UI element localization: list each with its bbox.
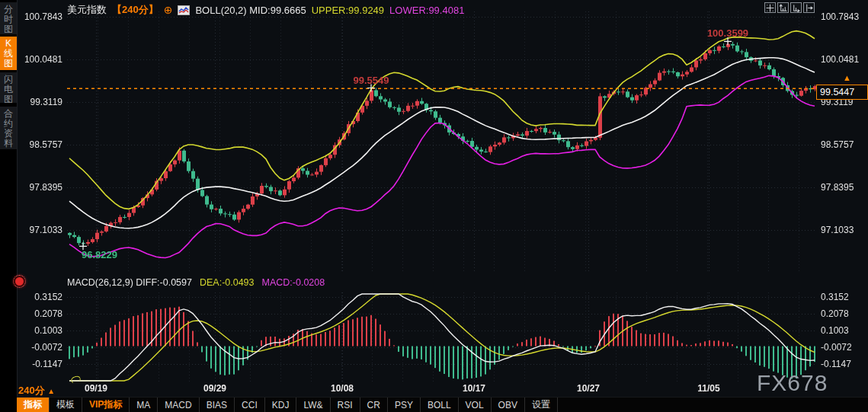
macd-header: MACD(26,12,9) DIFF:-0.0597DEA:-0.0493MAC…: [67, 277, 332, 288]
x-axis-date-label: 09/19: [85, 383, 107, 394]
sidebar-tab-label: K线图: [4, 37, 14, 69]
toolbar-item-模板[interactable]: 模板: [50, 398, 82, 412]
watermark: FX678: [757, 370, 828, 396]
x-axis-date-label: 10/08: [331, 383, 354, 394]
macd-y-axis-label-right: -0.0072: [821, 342, 852, 353]
boll-lower-readout: LOWER:99.4081: [389, 5, 464, 16]
x-axis-date-label: 10/27: [577, 383, 600, 394]
main-y-axis-label-right: 100.7843: [821, 11, 859, 22]
macd-y-axis-label: 0.3152: [15, 292, 62, 302]
toolbar-item-指标[interactable]: 指标: [17, 398, 50, 412]
period-label: 【240分】: [112, 4, 159, 15]
toolbar-item-KDJ[interactable]: KDJ: [265, 398, 297, 412]
x-axis-date-label: 09/29: [203, 383, 226, 394]
macd-y-axis-label-right: 0.3152: [821, 292, 849, 302]
swing-high-annotation-2: 100.3599: [697, 27, 758, 39]
trading-terminal: 分时图K线图闪电图合约资料 美元指数【240分】⊕BOLL(20,2) MID:…: [0, 0, 868, 412]
toolbar-item-VIP指标[interactable]: VIP指标: [82, 398, 130, 412]
toolbar-item-MACD[interactable]: MACD: [158, 398, 199, 412]
macd-diff-readout: MACD(26,12,9) DIFF:-0.0597: [67, 277, 192, 288]
sidebar-tab-3[interactable]: 闪电图: [0, 72, 17, 103]
kline-mini-icon: [178, 5, 190, 15]
chart-header: 美元指数【240分】⊕BOLL(20,2) MID:99.6665UPPER:9…: [67, 3, 469, 17]
sidebar-tab-label: 合约资料: [4, 107, 14, 149]
main-y-axis-label: 100.7843: [15, 11, 62, 22]
toolbar-item-BOLL[interactable]: BOLL: [421, 398, 459, 412]
x-axis-scale-icon[interactable]: [790, 2, 802, 13]
last-price-tag: 99.5447: [816, 85, 868, 100]
price-tag-arrow-icon: ▲: [843, 74, 851, 82]
y-axis-scale-icon[interactable]: [777, 2, 789, 13]
main-y-axis-label-right: 98.5757: [821, 139, 854, 150]
macd-y-axis-label: -0.1147: [15, 359, 62, 369]
toolbar-item-BIAS[interactable]: BIAS: [200, 398, 235, 412]
macd-y-axis-label-right: 0.2078: [821, 308, 849, 319]
boll-mid-readout: BOLL(20,2) MID:99.6665: [195, 5, 306, 16]
main-y-axis-label-right: 100.0481: [821, 54, 859, 65]
timeframe-selector[interactable]: 240分 ▲: [18, 384, 55, 398]
timeframe-arrow-icon: ▲: [47, 387, 55, 395]
x-axis-date-label: 10/17: [463, 383, 485, 394]
toolbar-item-VOL[interactable]: VOL: [459, 398, 492, 412]
toolbar-item-CCI[interactable]: CCI: [235, 398, 265, 412]
main-y-axis-label: 100.0481: [15, 54, 62, 65]
macd-y-axis-label: -0.0072: [15, 342, 62, 353]
macd-y-axis-label: 0.2078: [15, 308, 62, 319]
macd-y-axis-label: 0.1003: [15, 325, 62, 336]
kline-chart-canvas[interactable]: [0, 0, 868, 412]
sidebar-tab-2[interactable]: K线图: [0, 37, 17, 70]
crosshair-icon[interactable]: [764, 2, 776, 13]
toolbar-item-LW&[interactable]: LW&: [296, 398, 330, 412]
chart-tool-buttons: [764, 2, 815, 13]
swing-low-annotation: 96.8229: [82, 249, 117, 260]
macd-hist-readout: MACD:-0.0208: [262, 277, 325, 288]
circle-plus-icon[interactable]: ⊕: [164, 4, 173, 16]
toolbar-item-CR[interactable]: CR: [360, 398, 388, 412]
instrument-title: 美元指数: [67, 4, 107, 15]
sidebar: 分时图K线图闪电图合约资料: [0, 0, 18, 412]
swing-high-annotation-1: 99.5549: [341, 75, 402, 86]
main-y-axis-label: 98.5757: [15, 139, 62, 150]
main-y-axis-label-right: 97.8395: [821, 182, 854, 193]
toolbar-item-PSY[interactable]: PSY: [388, 398, 421, 412]
boll-upper-readout: UPPER:99.9249: [312, 5, 384, 16]
macd-y-axis-label-right: 0.1003: [821, 325, 849, 336]
toolbar-item-RSI[interactable]: RSI: [331, 398, 360, 412]
main-y-axis-label: 97.8395: [15, 182, 62, 193]
sidebar-tab-1[interactable]: 分时图: [0, 2, 17, 34]
sidebar-tab-4[interactable]: 合约资料: [0, 107, 17, 149]
toolbar-item-OBV[interactable]: OBV: [492, 398, 525, 412]
x-axis-date-label: 11/05: [697, 383, 719, 394]
macd-y-axis-label-right: -0.1147: [821, 359, 851, 369]
toolbar-item-MA[interactable]: MA: [130, 398, 158, 412]
sidebar-tab-label: 分时图: [4, 2, 14, 34]
sidebar-tab-label: 闪电图: [4, 72, 14, 104]
alarm-icon[interactable]: [15, 277, 24, 286]
macd-dea-readout: DEA:-0.0493: [200, 277, 255, 288]
main-y-axis-label: 99.3119: [15, 97, 62, 107]
main-y-axis-label: 97.1033: [15, 225, 62, 235]
indicator-toolbar: 指标模板VIP指标MAMACDBIASCCIKDJLW&RSICRPSYBOLL…: [17, 397, 868, 412]
main-y-axis-label-right: 97.1033: [821, 225, 854, 235]
shift-right-icon[interactable]: [803, 2, 815, 13]
toolbar-item-设置[interactable]: 设置: [525, 398, 558, 412]
